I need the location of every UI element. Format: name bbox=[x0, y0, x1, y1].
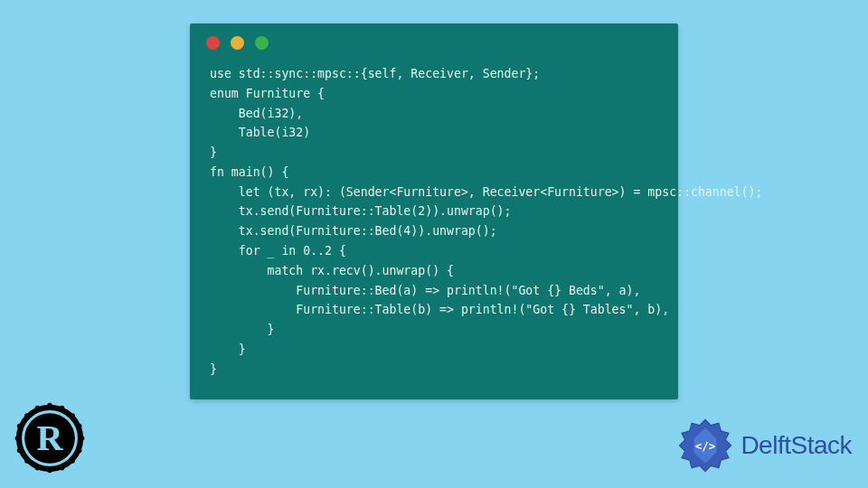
svg-point-13 bbox=[15, 436, 21, 441]
svg-point-15 bbox=[24, 413, 30, 418]
svg-point-4 bbox=[77, 424, 82, 429]
code-window: use std::sync::mpsc::{self, Receiver, Se… bbox=[190, 23, 678, 399]
svg-point-10 bbox=[35, 465, 41, 471]
svg-point-11 bbox=[24, 458, 30, 464]
svg-point-3 bbox=[70, 413, 75, 418]
svg-point-9 bbox=[47, 468, 52, 474]
svg-point-14 bbox=[17, 424, 23, 429]
code-block: use std::sync::mpsc::{self, Receiver, Se… bbox=[190, 55, 678, 399]
delftstack-logo-icon: </> bbox=[677, 418, 733, 474]
svg-point-2 bbox=[60, 406, 65, 411]
svg-point-7 bbox=[70, 458, 75, 464]
minimize-dot-icon bbox=[231, 36, 244, 50]
close-dot-icon bbox=[206, 36, 220, 50]
delftstack-branding: </> DelftStack bbox=[677, 418, 852, 474]
svg-point-16 bbox=[35, 406, 41, 411]
rust-logo-icon: R bbox=[13, 401, 87, 475]
svg-point-5 bbox=[80, 436, 85, 441]
svg-text:R: R bbox=[36, 418, 63, 458]
delftstack-name: DelftStack bbox=[741, 431, 852, 460]
svg-point-1 bbox=[47, 403, 52, 408]
window-traffic-lights bbox=[190, 23, 678, 55]
zoom-dot-icon bbox=[255, 36, 269, 50]
svg-point-6 bbox=[77, 448, 82, 454]
svg-point-8 bbox=[60, 465, 65, 471]
svg-point-12 bbox=[17, 448, 23, 454]
svg-text:</>: </> bbox=[695, 439, 715, 453]
